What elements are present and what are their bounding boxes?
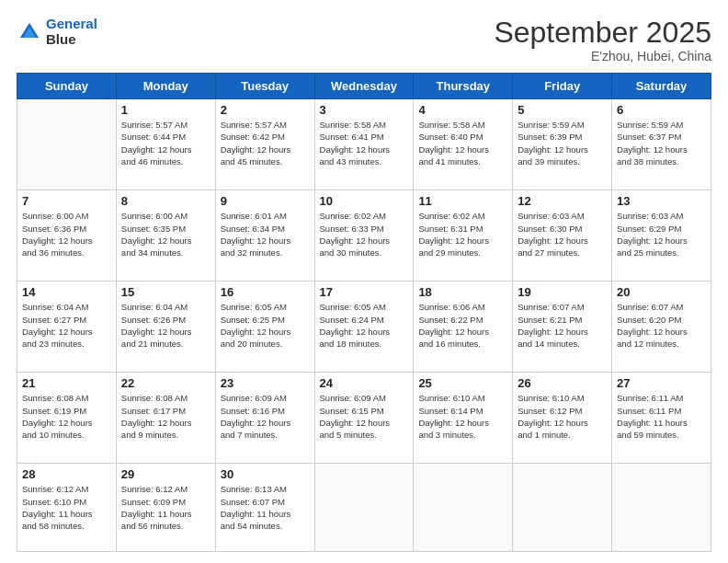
calendar-cell: 14Sunrise: 6:04 AM Sunset: 6:27 PM Dayli…	[17, 282, 117, 373]
calendar-cell: 10Sunrise: 6:02 AM Sunset: 6:33 PM Dayli…	[314, 190, 414, 282]
calendar-cell: 17Sunrise: 6:05 AM Sunset: 6:24 PM Dayli…	[314, 282, 414, 373]
calendar-cell	[17, 99, 117, 190]
day-number: 19	[518, 285, 607, 299]
day-number: 18	[418, 285, 507, 299]
day-number: 11	[418, 194, 507, 208]
day-number: 28	[22, 467, 111, 481]
calendar-cell: 4Sunrise: 5:58 AM Sunset: 6:40 PM Daylig…	[414, 99, 513, 190]
day-number: 16	[221, 285, 310, 299]
day-number: 29	[121, 467, 210, 481]
calendar-week-row: 1Sunrise: 5:57 AM Sunset: 6:44 PM Daylig…	[17, 99, 711, 190]
day-number: 2	[221, 103, 310, 117]
logo-line2: Blue	[46, 32, 97, 48]
day-number: 6	[617, 103, 706, 117]
calendar-cell: 5Sunrise: 5:59 AM Sunset: 6:39 PM Daylig…	[513, 99, 612, 190]
subtitle: E'zhou, Hubei, China	[494, 49, 711, 63]
calendar-cell: 21Sunrise: 6:08 AM Sunset: 6:19 PM Dayli…	[17, 373, 117, 464]
month-title: September 2025	[494, 17, 711, 49]
day-number: 15	[121, 285, 210, 299]
calendar-week-row: 28Sunrise: 6:12 AM Sunset: 6:10 PM Dayli…	[17, 464, 711, 552]
calendar-cell: 16Sunrise: 6:05 AM Sunset: 6:25 PM Dayli…	[215, 282, 314, 373]
day-header-saturday: Saturday	[612, 74, 711, 99]
calendar-cell: 13Sunrise: 6:03 AM Sunset: 6:29 PM Dayli…	[612, 190, 711, 282]
day-number: 3	[320, 103, 409, 117]
day-info: Sunrise: 5:57 AM Sunset: 6:44 PM Dayligh…	[121, 119, 210, 167]
day-number: 26	[518, 376, 607, 390]
day-header-thursday: Thursday	[414, 74, 513, 99]
calendar-cell: 7Sunrise: 6:00 AM Sunset: 6:36 PM Daylig…	[17, 190, 117, 282]
day-info: Sunrise: 6:00 AM Sunset: 6:36 PM Dayligh…	[22, 210, 111, 259]
day-info: Sunrise: 5:59 AM Sunset: 6:39 PM Dayligh…	[518, 119, 607, 167]
calendar-table: SundayMondayTuesdayWednesdayThursdayFrid…	[17, 73, 711, 552]
day-info: Sunrise: 6:05 AM Sunset: 6:25 PM Dayligh…	[221, 301, 310, 350]
calendar-cell: 27Sunrise: 6:11 AM Sunset: 6:11 PM Dayli…	[612, 373, 711, 464]
calendar-cell: 28Sunrise: 6:12 AM Sunset: 6:10 PM Dayli…	[17, 464, 117, 552]
day-info: Sunrise: 6:02 AM Sunset: 6:31 PM Dayligh…	[418, 210, 507, 259]
logo: General Blue	[17, 17, 97, 47]
day-info: Sunrise: 6:10 AM Sunset: 6:12 PM Dayligh…	[518, 392, 607, 441]
day-info: Sunrise: 6:04 AM Sunset: 6:27 PM Dayligh…	[22, 301, 111, 350]
day-info: Sunrise: 6:07 AM Sunset: 6:21 PM Dayligh…	[518, 301, 607, 350]
day-info: Sunrise: 6:04 AM Sunset: 6:26 PM Dayligh…	[121, 301, 210, 350]
logo-text: General Blue	[46, 17, 97, 47]
calendar-cell	[513, 464, 612, 552]
day-number: 13	[617, 194, 706, 208]
calendar-header-row: SundayMondayTuesdayWednesdayThursdayFrid…	[17, 74, 711, 99]
day-number: 7	[22, 194, 111, 208]
day-info: Sunrise: 6:12 AM Sunset: 6:09 PM Dayligh…	[121, 483, 210, 532]
day-info: Sunrise: 6:06 AM Sunset: 6:22 PM Dayligh…	[418, 301, 507, 350]
calendar-cell: 26Sunrise: 6:10 AM Sunset: 6:12 PM Dayli…	[513, 373, 612, 464]
logo-line1: General	[46, 16, 97, 31]
day-info: Sunrise: 6:03 AM Sunset: 6:30 PM Dayligh…	[518, 210, 607, 259]
day-header-sunday: Sunday	[17, 74, 117, 99]
day-info: Sunrise: 6:02 AM Sunset: 6:33 PM Dayligh…	[320, 210, 409, 259]
calendar-cell	[414, 464, 513, 552]
calendar-cell: 1Sunrise: 5:57 AM Sunset: 6:44 PM Daylig…	[116, 99, 215, 190]
day-info: Sunrise: 6:09 AM Sunset: 6:15 PM Dayligh…	[320, 392, 409, 441]
calendar-cell: 22Sunrise: 6:08 AM Sunset: 6:17 PM Dayli…	[116, 373, 215, 464]
calendar-cell: 12Sunrise: 6:03 AM Sunset: 6:30 PM Dayli…	[513, 190, 612, 282]
calendar-cell: 18Sunrise: 6:06 AM Sunset: 6:22 PM Dayli…	[414, 282, 513, 373]
logo-icon	[17, 19, 42, 45]
calendar-week-row: 14Sunrise: 6:04 AM Sunset: 6:27 PM Dayli…	[17, 282, 711, 373]
calendar-cell	[314, 464, 414, 552]
page: General Blue September 2025 E'zhou, Hube…	[0, 0, 728, 563]
day-header-friday: Friday	[513, 74, 612, 99]
day-info: Sunrise: 6:10 AM Sunset: 6:14 PM Dayligh…	[418, 392, 507, 441]
calendar-week-row: 21Sunrise: 6:08 AM Sunset: 6:19 PM Dayli…	[17, 373, 711, 464]
calendar-cell: 20Sunrise: 6:07 AM Sunset: 6:20 PM Dayli…	[612, 282, 711, 373]
day-info: Sunrise: 6:01 AM Sunset: 6:34 PM Dayligh…	[221, 210, 310, 259]
calendar-cell: 2Sunrise: 5:57 AM Sunset: 6:42 PM Daylig…	[215, 99, 314, 190]
day-header-tuesday: Tuesday	[215, 74, 314, 99]
day-number: 12	[518, 194, 607, 208]
day-info: Sunrise: 5:58 AM Sunset: 6:40 PM Dayligh…	[418, 119, 507, 167]
day-number: 27	[617, 376, 706, 390]
day-info: Sunrise: 6:08 AM Sunset: 6:19 PM Dayligh…	[22, 392, 111, 441]
day-info: Sunrise: 5:57 AM Sunset: 6:42 PM Dayligh…	[221, 119, 310, 167]
day-info: Sunrise: 6:09 AM Sunset: 6:16 PM Dayligh…	[221, 392, 310, 441]
calendar-week-row: 7Sunrise: 6:00 AM Sunset: 6:36 PM Daylig…	[17, 190, 711, 282]
day-header-monday: Monday	[116, 74, 215, 99]
day-number: 22	[121, 376, 210, 390]
day-number: 30	[221, 467, 310, 481]
calendar-cell: 11Sunrise: 6:02 AM Sunset: 6:31 PM Dayli…	[414, 190, 513, 282]
day-number: 24	[320, 376, 409, 390]
day-number: 25	[418, 376, 507, 390]
calendar-cell: 6Sunrise: 5:59 AM Sunset: 6:37 PM Daylig…	[612, 99, 711, 190]
calendar-cell: 25Sunrise: 6:10 AM Sunset: 6:14 PM Dayli…	[414, 373, 513, 464]
day-number: 20	[617, 285, 706, 299]
calendar-cell: 8Sunrise: 6:00 AM Sunset: 6:35 PM Daylig…	[116, 190, 215, 282]
day-number: 21	[22, 376, 111, 390]
header: General Blue September 2025 E'zhou, Hube…	[17, 17, 711, 63]
day-number: 23	[221, 376, 310, 390]
day-number: 9	[221, 194, 310, 208]
title-block: September 2025 E'zhou, Hubei, China	[494, 17, 711, 63]
day-header-wednesday: Wednesday	[314, 74, 414, 99]
calendar-cell: 3Sunrise: 5:58 AM Sunset: 6:41 PM Daylig…	[314, 99, 414, 190]
day-info: Sunrise: 6:05 AM Sunset: 6:24 PM Dayligh…	[320, 301, 409, 350]
calendar-cell: 30Sunrise: 6:13 AM Sunset: 6:07 PM Dayli…	[215, 464, 314, 552]
calendar-cell	[612, 464, 711, 552]
day-info: Sunrise: 6:08 AM Sunset: 6:17 PM Dayligh…	[121, 392, 210, 441]
day-info: Sunrise: 6:11 AM Sunset: 6:11 PM Dayligh…	[617, 392, 706, 441]
day-number: 10	[320, 194, 409, 208]
